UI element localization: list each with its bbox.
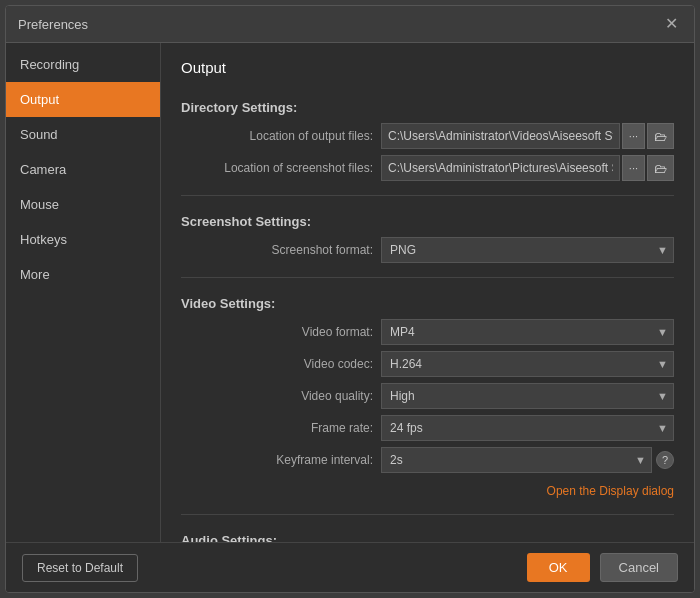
- frame-rate-row: Frame rate: 24 fps 30 fps 60 fps ▼: [181, 415, 674, 441]
- keyframe-select-wrapper: 2s 1s 3s ▼: [381, 447, 652, 473]
- video-codec-select[interactable]: H.264 H.265: [381, 351, 674, 377]
- output-files-input[interactable]: [381, 123, 620, 149]
- screenshot-format-value: PNG JPG BMP ▼: [381, 237, 674, 263]
- screenshot-folder-button[interactable]: 🗁: [647, 155, 674, 181]
- title-bar: Preferences ✕: [6, 6, 694, 43]
- frame-rate-select-wrapper: 24 fps 30 fps 60 fps ▼: [381, 415, 674, 441]
- video-codec-select-wrapper: H.264 H.265 ▼: [381, 351, 674, 377]
- sidebar-item-hotkeys[interactable]: Hotkeys: [6, 222, 160, 257]
- video-codec-value: H.264 H.265 ▼: [381, 351, 674, 377]
- screenshot-dots-button[interactable]: ···: [622, 155, 645, 181]
- video-quality-row: Video quality: High Medium Low ▼: [181, 383, 674, 409]
- keyframe-help-button[interactable]: ?: [656, 451, 674, 469]
- ok-button[interactable]: OK: [527, 553, 590, 582]
- keyframe-select[interactable]: 2s 1s 3s: [381, 447, 652, 473]
- sidebar: Recording Output Sound Camera Mouse Hotk…: [6, 43, 161, 542]
- video-format-select-wrapper: MP4 MOV AVI ▼: [381, 319, 674, 345]
- display-dialog-link[interactable]: Open the Display dialog: [547, 484, 674, 498]
- preferences-dialog: Preferences ✕ Recording Output Sound Cam…: [5, 5, 695, 593]
- video-quality-label: Video quality:: [181, 389, 381, 403]
- dialog-title: Preferences: [18, 17, 88, 32]
- divider-2: [181, 277, 674, 278]
- section-title: Output: [181, 59, 674, 76]
- screenshot-files-input[interactable]: [381, 155, 620, 181]
- screenshot-section-title: Screenshot Settings:: [181, 214, 674, 229]
- close-button[interactable]: ✕: [661, 14, 682, 34]
- frame-rate-value: 24 fps 30 fps 60 fps ▼: [381, 415, 674, 441]
- cancel-button[interactable]: Cancel: [600, 553, 678, 582]
- output-folder-button[interactable]: 🗁: [647, 123, 674, 149]
- footer: Reset to Default OK Cancel: [6, 542, 694, 592]
- screenshot-format-label: Screenshot format:: [181, 243, 381, 257]
- divider-1: [181, 195, 674, 196]
- display-link-row: Open the Display dialog: [181, 483, 674, 498]
- sidebar-item-output[interactable]: Output: [6, 82, 160, 117]
- reset-button[interactable]: Reset to Default: [22, 554, 138, 582]
- video-quality-select[interactable]: High Medium Low: [381, 383, 674, 409]
- sidebar-item-sound[interactable]: Sound: [6, 117, 160, 152]
- sidebar-item-recording[interactable]: Recording: [6, 47, 160, 82]
- video-codec-row: Video codec: H.264 H.265 ▼: [181, 351, 674, 377]
- frame-rate-select[interactable]: 24 fps 30 fps 60 fps: [381, 415, 674, 441]
- output-files-label: Location of output files:: [181, 129, 381, 143]
- keyframe-label: Keyframe interval:: [181, 453, 381, 467]
- screenshot-format-row: Screenshot format: PNG JPG BMP ▼: [181, 237, 674, 263]
- video-quality-value: High Medium Low ▼: [381, 383, 674, 409]
- screenshot-files-label: Location of screenshot files:: [181, 161, 381, 175]
- output-dots-button[interactable]: ···: [622, 123, 645, 149]
- audio-section-title: Audio Settings:: [181, 533, 674, 542]
- screenshot-format-select-wrapper: PNG JPG BMP ▼: [381, 237, 674, 263]
- divider-3: [181, 514, 674, 515]
- screenshot-files-row: Location of screenshot files: ··· 🗁: [181, 155, 674, 181]
- video-quality-select-wrapper: High Medium Low ▼: [381, 383, 674, 409]
- content-area: Recording Output Sound Camera Mouse Hotk…: [6, 43, 694, 542]
- output-files-row: Location of output files: ··· 🗁: [181, 123, 674, 149]
- video-format-label: Video format:: [181, 325, 381, 339]
- footer-buttons: OK Cancel: [527, 553, 678, 582]
- video-format-row: Video format: MP4 MOV AVI ▼: [181, 319, 674, 345]
- output-files-value: ··· 🗁: [381, 123, 674, 149]
- video-section-title: Video Settings:: [181, 296, 674, 311]
- keyframe-value: 2s 1s 3s ▼ ?: [381, 447, 674, 473]
- sidebar-item-camera[interactable]: Camera: [6, 152, 160, 187]
- main-content: Output Directory Settings: Location of o…: [161, 43, 694, 542]
- video-format-value: MP4 MOV AVI ▼: [381, 319, 674, 345]
- video-format-select[interactable]: MP4 MOV AVI: [381, 319, 674, 345]
- frame-rate-label: Frame rate:: [181, 421, 381, 435]
- directory-section-title: Directory Settings:: [181, 100, 674, 115]
- sidebar-item-more[interactable]: More: [6, 257, 160, 292]
- video-codec-label: Video codec:: [181, 357, 381, 371]
- screenshot-format-select[interactable]: PNG JPG BMP: [381, 237, 674, 263]
- screenshot-files-value: ··· 🗁: [381, 155, 674, 181]
- keyframe-row: Keyframe interval: 2s 1s 3s ▼ ?: [181, 447, 674, 473]
- sidebar-item-mouse[interactable]: Mouse: [6, 187, 160, 222]
